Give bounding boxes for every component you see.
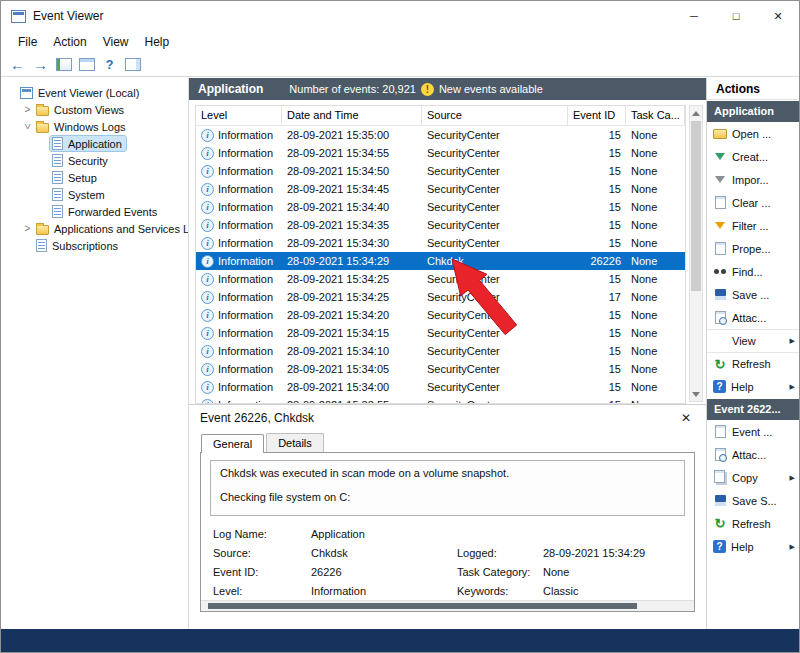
table-row[interactable]: iInformation28-09-2021 15:34:35SecurityC… [196, 216, 685, 234]
menu-help[interactable]: Help [137, 33, 178, 51]
menu-file[interactable]: File [10, 33, 45, 51]
datetime-cell: 28-09-2021 15:34:29 [282, 255, 422, 267]
event-list-area: LevelDate and TimeSourceEvent IDTask Ca.… [189, 100, 706, 404]
table-row[interactable]: iInformation28-09-2021 15:33:55SecurityC… [196, 396, 685, 404]
actions-group-header-application[interactable]: Application [707, 101, 799, 122]
column-header-date-and-time[interactable]: Date and Time [282, 106, 422, 125]
close-button[interactable]: ✕ [757, 1, 799, 31]
level-cell: iInformation [196, 291, 282, 304]
table-row[interactable]: iInformation28-09-2021 15:34:15SecurityC… [196, 324, 685, 342]
vertical-scrollbar[interactable] [689, 105, 703, 402]
table-row[interactable]: iInformation28-09-2021 15:34:29Chkdsk262… [196, 252, 685, 270]
table-row[interactable]: iInformation28-09-2021 15:34:40SecurityC… [196, 198, 685, 216]
log-summary: Number of events: 20,921 ! New events av… [289, 83, 543, 96]
action-g0-open[interactable]: Open ... [707, 122, 799, 145]
tree-item-application[interactable]: Application [1, 135, 188, 152]
action-label: Refresh [732, 358, 771, 370]
menu-action[interactable]: Action [45, 33, 94, 51]
tab-details[interactable]: Details [266, 433, 324, 452]
column-header-level[interactable]: Level [196, 106, 282, 125]
event-id-cell: 15 [568, 129, 626, 141]
task-category-cell: None [626, 237, 685, 249]
tree-expander-icon[interactable]: > [21, 223, 34, 234]
action-g0-creat[interactable]: Creat... [707, 145, 799, 168]
table-row[interactable]: iInformation28-09-2021 15:34:45SecurityC… [196, 180, 685, 198]
details-tabs: GeneralDetails [189, 430, 706, 452]
new-events-text: New events available [439, 83, 543, 95]
action-g0-save[interactable]: Save ... [707, 283, 799, 306]
horizontal-scrollbar[interactable] [201, 600, 694, 611]
action-g1-save-s[interactable]: Save S... [707, 489, 799, 512]
action-g1-refresh[interactable]: ↻Refresh [707, 512, 799, 535]
source-cell: SecurityCenter [422, 147, 568, 159]
table-row[interactable]: iInformation28-09-2021 15:34:30SecurityC… [196, 234, 685, 252]
import-custom-view-icon [713, 173, 727, 187]
maximize-button[interactable]: □ [715, 1, 757, 31]
tree-item-applications-and-services-lo[interactable]: >Applications and Services Lo [1, 220, 188, 237]
general-tab-panel: Chkdsk was executed in scan mode on a vo… [200, 452, 695, 612]
export-list-icon[interactable] [76, 55, 97, 74]
tab-general[interactable]: General [201, 434, 264, 453]
forward-icon[interactable]: → [30, 55, 51, 74]
column-header-task-ca[interactable]: Task Ca... [626, 106, 685, 125]
table-row[interactable]: iInformation28-09-2021 15:34:00SecurityC… [196, 378, 685, 396]
tree-item-label: Event Viewer (Local) [38, 87, 139, 99]
menu-view[interactable]: View [95, 33, 137, 51]
action-g0-help[interactable]: ?Help▶ [707, 375, 799, 398]
table-row[interactable]: iInformation28-09-2021 15:34:05SecurityC… [196, 360, 685, 378]
information-icon: i [201, 165, 214, 178]
action-g0-impor[interactable]: Impor... [707, 168, 799, 191]
source-cell: SecurityCenter [422, 381, 568, 393]
table-row[interactable]: iInformation28-09-2021 15:35:00SecurityC… [196, 126, 685, 144]
action-g0-filter[interactable]: Filter ... [707, 214, 799, 237]
level-text: Information [218, 309, 273, 321]
column-header-event-id[interactable]: Event ID [568, 106, 626, 125]
action-g1-event[interactable]: Event ... [707, 420, 799, 443]
table-row[interactable]: iInformation28-09-2021 15:34:20SecurityC… [196, 306, 685, 324]
tree-item-subscriptions[interactable]: Subscriptions [1, 237, 188, 254]
action-g0-view[interactable]: View▶ [707, 329, 799, 352]
level-text: Information [218, 381, 273, 393]
tree-expander-icon[interactable]: > [22, 120, 33, 133]
back-icon[interactable]: ← [7, 55, 28, 74]
actions-group-header-event-2622[interactable]: Event 2622... [707, 399, 799, 420]
action-g0-find[interactable]: Find... [707, 260, 799, 283]
tree-item-security[interactable]: Security [1, 152, 188, 169]
log-icon [52, 137, 63, 150]
tree-item-system[interactable]: System [1, 186, 188, 203]
level-cell: iInformation [196, 147, 282, 160]
table-row[interactable]: iInformation28-09-2021 15:34:50SecurityC… [196, 162, 685, 180]
tree-item-event-viewer-local[interactable]: Event Viewer (Local) [1, 84, 188, 101]
tree-item-setup[interactable]: Setup [1, 169, 188, 186]
horizontal-scrollbar-thumb[interactable] [208, 603, 637, 609]
scroll-up-icon[interactable] [690, 106, 702, 120]
show-console-tree-icon[interactable] [53, 55, 74, 74]
action-g1-copy[interactable]: Copy▶ [707, 466, 799, 489]
preview-close-icon[interactable]: ✕ [677, 411, 695, 425]
tree-item-forwarded-events[interactable]: Forwarded Events [1, 203, 188, 220]
table-row[interactable]: iInformation28-09-2021 15:34:25SecurityC… [196, 288, 685, 306]
table-row[interactable]: iInformation28-09-2021 15:34:55SecurityC… [196, 144, 685, 162]
action-g0-clear[interactable]: Clear ... [707, 191, 799, 214]
action-g1-help[interactable]: ?Help▶ [707, 535, 799, 558]
tree-item-windows-logs[interactable]: >Windows Logs [1, 118, 188, 135]
action-g0-attac[interactable]: Attac... [707, 306, 799, 329]
tree-item-custom-views[interactable]: >Custom Views [1, 101, 188, 118]
column-header-source[interactable]: Source [422, 106, 568, 125]
tree-item-label: Applications and Services Lo [54, 223, 189, 235]
help-icon[interactable]: ? [99, 55, 120, 74]
table-row[interactable]: iInformation28-09-2021 15:34:10SecurityC… [196, 342, 685, 360]
event-id-cell: 15 [568, 273, 626, 285]
information-icon: i [201, 363, 214, 376]
action-label: Help [731, 381, 754, 393]
scroll-down-icon[interactable] [690, 387, 702, 401]
task-category-cell: None [626, 363, 685, 375]
action-g0-prope[interactable]: Prope... [707, 237, 799, 260]
action-g1-attac[interactable]: Attac... [707, 443, 799, 466]
tree-expander-icon[interactable]: > [21, 104, 34, 115]
scrollbar-thumb[interactable] [691, 121, 701, 291]
show-action-pane-icon[interactable] [122, 55, 143, 74]
minimize-button[interactable]: ─ [673, 1, 715, 31]
table-row[interactable]: iInformation28-09-2021 15:34:25SecurityC… [196, 270, 685, 288]
action-g0-refresh[interactable]: ↻Refresh [707, 352, 799, 375]
